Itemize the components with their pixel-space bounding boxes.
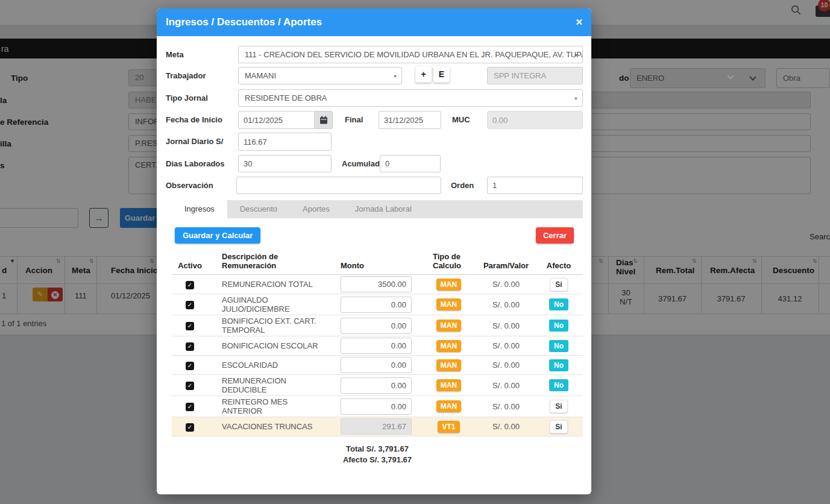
remuneracion-desc: REMUNERACION DEDUCIBLE: [208, 376, 336, 394]
remuneraciones-header: Activo Descripción de Remuneración Monto…: [172, 252, 583, 275]
param-valor: S/. 0.00: [477, 280, 535, 289]
monto-input: [341, 418, 412, 435]
param-valor: S/. 0.00: [477, 422, 535, 431]
remuneracion-row: ✓ AGUINALDO JULIO/DICIEMBRE MAN S/. 0.00…: [172, 294, 583, 315]
checkbox-checked[interactable]: ✓: [186, 342, 194, 351]
afecto-badge[interactable]: No: [549, 359, 568, 371]
modal-ingresos-descuentos-aportes: Ingresos / Descuentos / Aportes ✕ Meta 1…: [157, 8, 591, 494]
header-afecto: Afecto: [535, 261, 583, 270]
param-valor: S/. 0.00: [477, 321, 535, 330]
tipo-calculo-badge[interactable]: VT1: [438, 421, 459, 433]
caret-down-icon: ▼: [574, 47, 578, 63]
remuneracion-desc: ESCOLARIDAD: [208, 361, 336, 370]
jornal-diario-label: Jornal Diario S/: [166, 137, 223, 146]
caret-down-icon: ▼: [574, 90, 578, 107]
add-trabajador-button[interactable]: +: [415, 66, 432, 83]
checkbox-checked[interactable]: ✓: [186, 362, 194, 370]
checkbox-checked[interactable]: ✓: [186, 281, 194, 289]
remuneracion-desc: REINTEGRO MES ANTERIOR: [208, 397, 336, 415]
checkbox-checked[interactable]: ✓: [186, 322, 194, 330]
remuneracion-row: ✓ REINTEGRO MES ANTERIOR MAN S/. 0.00 Si: [172, 396, 583, 417]
tipo-calculo-badge[interactable]: MAN: [436, 379, 461, 391]
tab-ingresos[interactable]: Ingresos: [172, 200, 227, 218]
spp-select: SPP INTEGRA: [487, 67, 583, 84]
remuneracion-desc: VACACIONES TRUNCAS: [208, 422, 336, 431]
checkbox-checked[interactable]: ✓: [186, 423, 194, 432]
remuneracion-desc: BONIFICACIO EXT. CART. TEMPORAL: [208, 317, 336, 335]
checkbox-checked[interactable]: ✓: [186, 382, 194, 390]
acumulado-input[interactable]: [380, 155, 441, 172]
tipo-calculo-badge[interactable]: MAN: [436, 279, 461, 291]
param-valor: S/. 0.00: [477, 300, 535, 309]
monto-input[interactable]: [341, 357, 412, 373]
remuneracion-row: ✓ REMUNERACION TOTAL MAN S/. 0.00 Si: [172, 275, 583, 294]
calendar-button[interactable]: [315, 111, 333, 129]
orden-input[interactable]: [487, 177, 583, 194]
screen: 10 ra Tipo 20 la HABERES e Referencia IN…: [0, 0, 830, 504]
orden-label: Orden: [451, 181, 474, 190]
param-valor: S/. 0.00: [477, 341, 535, 350]
final-input[interactable]: [379, 111, 441, 129]
afecto-badge[interactable]: No: [549, 320, 568, 332]
header-activo: Activo: [172, 261, 208, 270]
monto-input[interactable]: [341, 377, 412, 394]
remuneracion-row: ✓ BONIFICACION ESCOLAR MAN S/. 0.00 No: [172, 336, 583, 356]
tab-aportes[interactable]: Aportes: [290, 200, 342, 218]
afecto-badge[interactable]: No: [549, 298, 568, 310]
remuneraciones-table: Activo Descripción de Remuneración Monto…: [172, 252, 583, 465]
fecha-inicio-input[interactable]: [238, 111, 315, 129]
header-monto: Monto: [336, 261, 420, 270]
remuneracion-row: ✓ ESCOLARIDAD MAN S/. 0.00 No: [172, 356, 583, 375]
caret-down-icon: ▼: [393, 68, 397, 84]
tipo-calculo-badge[interactable]: MAN: [436, 400, 461, 412]
remuneracion-row: ✓ BONIFICACIO EXT. CART. TEMPORAL MAN S/…: [172, 315, 583, 336]
remuneracion-desc: AGUINALDO JULIO/DICIEMBRE: [208, 295, 336, 313]
param-valor: S/. 0.00: [477, 402, 535, 411]
calendar-icon: [319, 116, 328, 124]
monto-input[interactable]: [341, 318, 412, 334]
monto-input[interactable]: [341, 398, 412, 415]
observacion-input[interactable]: [236, 177, 441, 194]
monto-input[interactable]: [341, 276, 412, 292]
e-button[interactable]: E: [433, 66, 450, 83]
header-param-valor: Param/Valor: [477, 261, 535, 270]
checkbox-checked[interactable]: ✓: [186, 301, 194, 309]
meta-label: Meta: [166, 50, 184, 59]
close-icon[interactable]: ✕: [575, 8, 583, 36]
checkbox-checked[interactable]: ✓: [186, 403, 194, 411]
modal-header: Ingresos / Descuentos / Aportes ✕: [157, 8, 591, 36]
afecto-line: Afecto S/. 3,791.67: [172, 455, 583, 465]
remuneracion-row: ✓ REMUNERACION DEDUCIBLE MAN S/. 0.00 No: [172, 375, 583, 396]
tab-jornada-laboral[interactable]: Jornada Laboral: [342, 200, 424, 218]
param-valor: S/. 0.00: [477, 361, 535, 370]
tipo-calculo-badge[interactable]: MAN: [436, 359, 461, 371]
total-line: Total S/. 3,791.67: [172, 444, 583, 455]
afecto-badge[interactable]: Si: [550, 278, 567, 291]
afecto-badge[interactable]: No: [549, 379, 568, 391]
trabajador-select[interactable]: MAMANI▼: [238, 67, 402, 84]
tipo-calculo-badge[interactable]: MAN: [436, 340, 461, 352]
tipo-calculo-badge[interactable]: MAN: [436, 298, 461, 310]
afecto-badge[interactable]: Si: [550, 420, 567, 433]
tipo-calculo-badge[interactable]: MAN: [436, 320, 461, 332]
dias-laborados-input[interactable]: [238, 155, 332, 172]
cerrar-button[interactable]: Cerrar: [536, 227, 574, 244]
fecha-inicio-label: Fecha de Inicio: [166, 115, 222, 124]
jornal-diario-input[interactable]: [238, 133, 332, 151]
param-valor: S/. 0.00: [477, 381, 535, 390]
monto-input[interactable]: [341, 338, 412, 354]
tabs-bar: Ingresos Descuento Aportes Jornada Labor…: [172, 200, 583, 218]
remuneracion-desc: REMUNERACION TOTAL: [208, 280, 336, 289]
afecto-badge[interactable]: No: [549, 340, 568, 352]
acumulado-label: Acumulado: [342, 159, 385, 168]
tab-descuento[interactable]: Descuento: [227, 200, 290, 218]
remuneracion-row-highlighted: ✓ VACACIONES TRUNCAS VT1 S/. 0.00 Si: [172, 417, 583, 436]
guardar-y-calcular-button[interactable]: Guardar y Calcular: [175, 227, 260, 244]
remuneracion-desc: BONIFICACION ESCOLAR: [208, 341, 336, 350]
meta-select[interactable]: 111 - CREACION DEL SERVICIO DE MOVILIDAD…: [238, 46, 583, 63]
afecto-badge[interactable]: Si: [550, 400, 567, 413]
monto-input[interactable]: [341, 297, 412, 313]
tipo-jornal-select[interactable]: RESIDENTE DE OBRA▼: [238, 89, 583, 107]
observacion-label: Observación: [166, 181, 213, 190]
muc-label: MUC: [452, 115, 470, 124]
